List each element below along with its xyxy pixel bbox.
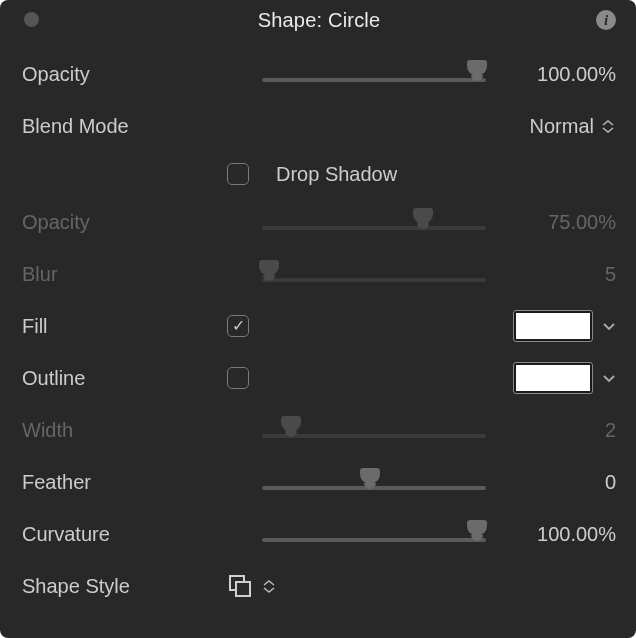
outline-checkbox[interactable] bbox=[227, 367, 249, 389]
spacer bbox=[262, 314, 486, 338]
blend-mode-value: Normal bbox=[530, 115, 594, 138]
shape-inspector-panel: Shape: Circle i Opacity 100.00% Blend Mo… bbox=[0, 0, 636, 638]
outline-label: Outline bbox=[22, 367, 227, 390]
row-ds-blur: Blur 5 bbox=[22, 248, 616, 300]
blend-mode-select[interactable]: Normal bbox=[496, 115, 616, 138]
width-value: 2 bbox=[496, 419, 616, 442]
ds-blur-knob bbox=[259, 260, 279, 276]
shape-style-icon[interactable] bbox=[227, 573, 253, 599]
row-fill: Fill bbox=[22, 300, 616, 352]
curvature-value[interactable]: 100.00% bbox=[496, 523, 616, 546]
spacer bbox=[262, 114, 486, 138]
shape-style-label: Shape Style bbox=[22, 575, 227, 598]
feather-knob[interactable] bbox=[360, 468, 380, 484]
feather-label: Feather bbox=[22, 471, 227, 494]
row-curvature: Curvature 100.00% bbox=[22, 508, 616, 560]
stepper-icon bbox=[602, 120, 616, 133]
row-drop-shadow: Drop Shadow bbox=[22, 152, 616, 196]
spacer bbox=[262, 366, 486, 390]
info-icon: i bbox=[604, 13, 608, 28]
ds-blur-slider bbox=[262, 262, 486, 286]
ds-opacity-slider bbox=[262, 210, 486, 234]
blend-mode-label: Blend Mode bbox=[22, 115, 227, 138]
width-slider bbox=[262, 418, 486, 442]
svg-rect-1 bbox=[236, 582, 250, 596]
width-label: Width bbox=[22, 419, 227, 442]
row-opacity: Opacity 100.00% bbox=[22, 48, 616, 100]
fill-checkbox[interactable] bbox=[227, 315, 249, 337]
curvature-label: Curvature bbox=[22, 523, 227, 546]
row-blend-mode: Blend Mode Normal bbox=[22, 100, 616, 152]
row-shape-style: Shape Style bbox=[22, 560, 616, 612]
opacity-value[interactable]: 100.00% bbox=[496, 63, 616, 86]
feather-slider[interactable] bbox=[262, 470, 486, 494]
outline-color-menu[interactable] bbox=[602, 371, 616, 385]
shape-style-stepper-icon[interactable] bbox=[263, 580, 277, 593]
curvature-knob[interactable] bbox=[467, 520, 487, 536]
window-close-dot[interactable] bbox=[24, 12, 39, 27]
opacity-label: Opacity bbox=[22, 63, 227, 86]
row-width: Width 2 bbox=[22, 404, 616, 456]
ds-blur-value: 5 bbox=[496, 263, 616, 286]
feather-value[interactable]: 0 bbox=[496, 471, 616, 494]
drop-shadow-checkbox[interactable] bbox=[227, 163, 249, 185]
fill-color-menu[interactable] bbox=[602, 319, 616, 333]
row-ds-opacity: Opacity 75.00% bbox=[22, 196, 616, 248]
outline-color-swatch[interactable] bbox=[514, 363, 592, 393]
curvature-slider[interactable] bbox=[262, 522, 486, 546]
opacity-slider[interactable] bbox=[262, 62, 486, 86]
opacity-knob[interactable] bbox=[467, 60, 487, 76]
drop-shadow-label: Drop Shadow bbox=[276, 163, 397, 186]
row-feather: Feather 0 bbox=[22, 456, 616, 508]
fill-color-swatch[interactable] bbox=[514, 311, 592, 341]
ds-opacity-label: Opacity bbox=[22, 211, 227, 234]
row-outline: Outline bbox=[22, 352, 616, 404]
ds-opacity-value: 75.00% bbox=[496, 211, 616, 234]
panel-title: Shape: Circle bbox=[258, 9, 381, 32]
titlebar: Shape: Circle i bbox=[22, 6, 616, 34]
info-button[interactable]: i bbox=[596, 10, 616, 30]
fill-label: Fill bbox=[22, 315, 227, 338]
ds-blur-label: Blur bbox=[22, 263, 227, 286]
width-knob bbox=[281, 416, 301, 432]
ds-opacity-knob bbox=[413, 208, 433, 224]
